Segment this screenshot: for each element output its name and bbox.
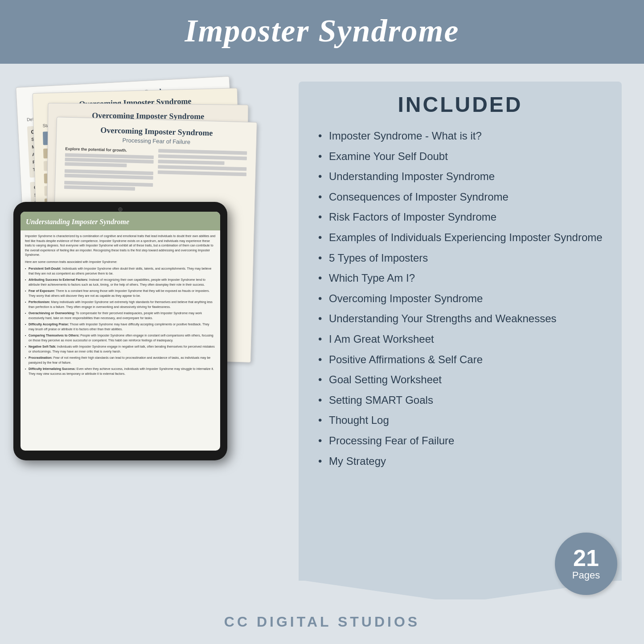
included-heading: INCLUDED	[315, 92, 606, 117]
fear-col-left: Explore the potential for growth.	[64, 147, 154, 195]
tablet-trait-10: Difficulty Internalizing Success: Even w…	[25, 367, 216, 376]
fear-row-2	[65, 169, 153, 180]
included-item-5: Risk Factors of Imposter Syndrome	[315, 207, 606, 227]
fear-right-line-4	[158, 165, 246, 171]
fear-row-1	[65, 153, 154, 168]
brand-name: CC DIGITAL STUDIOS	[224, 614, 420, 630]
included-item-8: Which Type Am I?	[315, 268, 606, 288]
included-item-14: Setting SMART Goals	[315, 390, 606, 410]
included-item-4: Consequences of Imposter Syndrome	[315, 187, 606, 207]
included-item-7: 5 Types of Imposters	[315, 248, 606, 268]
tablet-trait-2: Attributing Success to External Factors:…	[25, 278, 216, 287]
fear-line-3	[65, 162, 127, 168]
included-item-2: Examine Your Self Doubt	[315, 146, 606, 167]
header: Imposter Syndrome	[0, 0, 644, 64]
main-content: Overcoming Imposter Syndrome Setting SMA…	[0, 64, 644, 599]
tablet-trait-3: Fear of Exposure: There is a constant fe…	[25, 289, 216, 298]
tablet-trait-9: Procrastination: Fear of not meeting the…	[25, 356, 216, 365]
tablet-device: Understanding Imposter Syndrome Imposter…	[13, 202, 227, 460]
right-panel: INCLUDED Imposter Syndrome - What is it?…	[299, 82, 622, 581]
tablet-screen: Understanding Imposter Syndrome Imposter…	[21, 212, 220, 451]
left-panel: Overcoming Imposter Syndrome Setting SMA…	[22, 82, 281, 447]
included-item-17: My Strategy	[315, 451, 606, 472]
tablet-intro-text: Imposter Syndrome is characterized by a …	[25, 234, 216, 258]
included-item-10: Understanding Your Strengths and Weaknes…	[315, 308, 606, 329]
fear-explore-text: Explore the potential for growth.	[65, 147, 154, 153]
included-item-9: Overcoming Imposter Syndrome	[315, 288, 606, 309]
tablet-screen-title: Understanding Imposter Syndrome	[26, 218, 215, 226]
included-item-16: Processing Fear of Failure	[315, 431, 606, 451]
tablet-trait-4: Perfectionism: Many individuals with Imp…	[25, 300, 216, 309]
page-title: Imposter Syndrome	[18, 12, 626, 49]
footer: CC DIGITAL STUDIOS	[0, 599, 644, 644]
tablet-trait-6: Difficulty Accepting Praise: Those with …	[25, 322, 216, 332]
included-item-15: Thought Log	[315, 410, 606, 431]
fear-row-3	[64, 181, 153, 191]
fear-right-line-1	[158, 149, 247, 155]
included-list: Imposter Syndrome - What is it? Examine …	[315, 126, 606, 471]
tablet-trait-5: Overachieving or Overworking: To compens…	[25, 311, 216, 320]
tablet-traits-header: Here are some common traits associated w…	[25, 260, 216, 265]
included-item-13: Goal Setting Worksheet	[315, 369, 606, 390]
tablet-trait-8: Negative Self-Talk: Individuals with Imp…	[25, 345, 216, 354]
included-item-1: Imposter Syndrome - What is it?	[315, 126, 606, 146]
fear-right-line-2	[158, 154, 247, 160]
tablet-screen-body: Imposter Syndrome is characterized by a …	[21, 230, 220, 381]
included-item-11: I Am Great Worksheet	[315, 329, 606, 349]
pages-label: Pages	[572, 570, 600, 581]
fear-content: Explore the potential for growth.	[64, 147, 247, 197]
fear-col-right	[157, 149, 247, 197]
included-item-6: Examples of Individuals Experiencing Imp…	[315, 227, 606, 248]
fear-right-line-3	[158, 160, 225, 165]
fear-right-line-5	[158, 170, 246, 176]
fear-line-7	[64, 185, 135, 191]
pages-badge: 21 Pages	[555, 533, 617, 595]
tablet-camera	[118, 207, 123, 212]
included-box: INCLUDED Imposter Syndrome - What is it?…	[299, 82, 622, 581]
included-item-12: Positive Affirmations & Self Care	[315, 349, 606, 370]
included-item-3: Understanding Imposter Syndrome	[315, 166, 606, 187]
tablet-trait-7: Comparing Themselves to Others: People w…	[25, 333, 216, 343]
tablet-screen-header: Understanding Imposter Syndrome	[21, 212, 220, 230]
tablet-frame: Understanding Imposter Syndrome Imposter…	[13, 202, 227, 460]
tablet-trait-1: Persistent Self-Doubt: Individuals with …	[25, 267, 216, 276]
pages-number: 21	[573, 546, 599, 570]
